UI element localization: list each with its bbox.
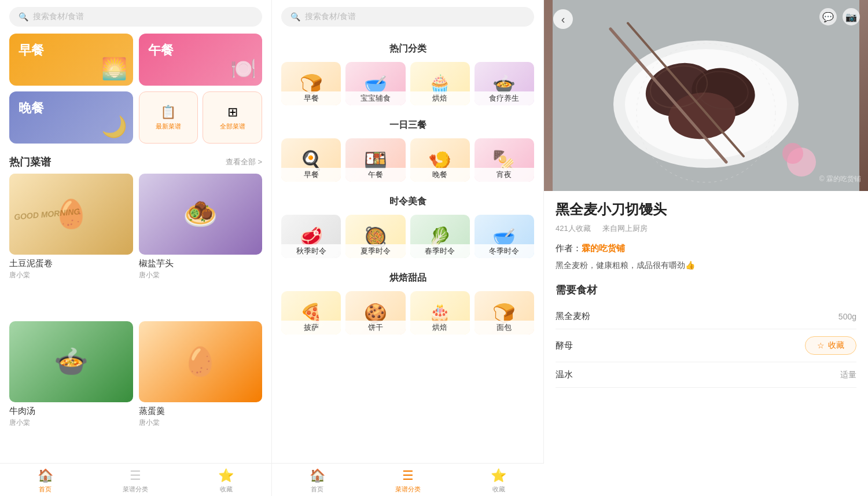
ingredients-title: 需要食材 bbox=[556, 283, 856, 297]
baking-grid: 🍕 披萨 🍪 饼干 🎂 烘焙 🍞 面包 bbox=[281, 291, 534, 335]
recipe-card-2[interactable]: 🍲 牛肉汤 唐小棠 bbox=[9, 321, 133, 463]
cat-breakfast[interactable]: 早餐 🌅 bbox=[9, 34, 133, 86]
home-icon: 🏠 bbox=[38, 468, 53, 483]
recipe-author-info: 作者：霖的吃货铺 bbox=[556, 243, 856, 254]
hot-recipes-header: 热门菜谱 查看全部 > bbox=[0, 149, 271, 174]
baking-title: 烘焙甜品 bbox=[281, 272, 534, 284]
recipe-hero: ‹ © 霖的吃货铺 💬 📷 bbox=[544, 0, 868, 191]
cat-breakfast-icon: 🌅 bbox=[101, 57, 127, 81]
wechat-icon[interactable]: 💬 bbox=[819, 8, 837, 25]
collect-count: 421人收藏 bbox=[556, 223, 591, 234]
recipe-card-0[interactable]: GOOD MORNING 🥚 土豆泥蛋卷 唐小棠 bbox=[9, 174, 133, 315]
recipe-name-2: 牛肉汤 bbox=[9, 406, 133, 417]
middle-category-icon: ☰ bbox=[402, 468, 414, 483]
cat-dinner[interactable]: 晚餐 🌙 bbox=[9, 91, 133, 144]
middle-search-icon: 🔍 bbox=[290, 12, 300, 21]
left-nav-category[interactable]: ☰ 菜谱分类 bbox=[90, 468, 181, 494]
quick-category-grid: 早餐 🌅 午餐 🍽️ 晚餐 🌙 📋 最新菜谱 ⊞ 全部菜谱 bbox=[0, 34, 271, 149]
middle-nav-home[interactable]: 🏠 首页 bbox=[272, 468, 363, 494]
recipe-title: 黑全麦小刀切馒头 bbox=[556, 200, 856, 219]
tile-cake[interactable]: 🎂 烘焙 bbox=[410, 291, 470, 335]
tile-morning-label: 早餐 bbox=[281, 168, 341, 182]
all-recipes-icon: ⊞ bbox=[227, 105, 238, 120]
middle-nav-category-label: 菜谱分类 bbox=[395, 485, 421, 494]
recipe-card-1[interactable]: 🧆 椒盐芋头 唐小棠 bbox=[139, 174, 263, 315]
star-icon: ☆ bbox=[817, 341, 825, 350]
three-meals-title: 一日三餐 bbox=[281, 119, 534, 131]
recipe-img-0: GOOD MORNING 🥚 bbox=[9, 174, 133, 255]
tile-baby[interactable]: 🥣 宝宝辅食 bbox=[345, 62, 405, 105]
view-all-btn[interactable]: 查看全部 > bbox=[226, 157, 262, 167]
ingredient-row-1: 酵母 ☆ 收藏 bbox=[556, 329, 856, 362]
left-nav-home[interactable]: 🏠 首页 bbox=[0, 468, 90, 494]
middle-nav-category[interactable]: ☰ 菜谱分类 bbox=[363, 468, 454, 494]
back-button[interactable]: ‹ bbox=[553, 9, 573, 29]
tile-autumn[interactable]: 🥩 秋季时令 bbox=[281, 215, 341, 258]
ingredient-amount-2: 适量 bbox=[840, 370, 856, 380]
cat-lunch[interactable]: 午餐 🍽️ bbox=[139, 34, 263, 86]
left-nav-category-label: 菜谱分类 bbox=[123, 485, 148, 494]
recipe-author-0: 唐小棠 bbox=[9, 270, 133, 280]
cat-lunch-icon: 🍽️ bbox=[230, 57, 256, 81]
tile-baking-label: 烘焙 bbox=[410, 91, 470, 105]
ingredient-name-1: 酵母 bbox=[556, 340, 573, 351]
tile-spring-label: 春季时令 bbox=[410, 244, 470, 258]
collect-btn-label: 收藏 bbox=[828, 340, 844, 351]
cat-new-recipes[interactable]: 📋 最新菜谱 bbox=[139, 91, 198, 144]
tile-cookie[interactable]: 🍪 饼干 bbox=[345, 291, 405, 335]
collect-button[interactable]: ☆ 收藏 bbox=[805, 336, 856, 355]
left-nav-collect[interactable]: ⭐ 收藏 bbox=[181, 468, 271, 494]
tile-cookie-label: 饼干 bbox=[345, 321, 405, 335]
tile-noon[interactable]: 🍱 午餐 bbox=[345, 138, 405, 182]
recipe-name-1: 椒盐芋头 bbox=[139, 258, 263, 269]
tile-bread[interactable]: 🍞 面包 bbox=[475, 291, 534, 335]
tile-baking[interactable]: 🧁 烘焙 bbox=[410, 62, 470, 105]
tile-spring[interactable]: 🥬 春季时令 bbox=[410, 215, 470, 258]
tile-autumn-label: 秋季时令 bbox=[281, 244, 341, 258]
ingredient-row-2: 温水 适量 bbox=[556, 362, 856, 388]
tile-bread-label: 面包 bbox=[475, 321, 534, 335]
tile-winter[interactable]: 🥣 冬季时令 bbox=[475, 215, 534, 258]
tile-morning[interactable]: 🍳 早餐 bbox=[281, 138, 341, 182]
recipe-meta: 421人收藏 来自网上厨房 bbox=[556, 223, 856, 234]
middle-panel: 🔍 搜索食材/食谱 热门分类 🍞 早餐 🥣 宝宝辅食 🧁 烘焙 bbox=[272, 0, 544, 496]
tile-evening-label: 晚餐 bbox=[410, 168, 470, 182]
tile-late[interactable]: 🍢 宵夜 bbox=[475, 138, 534, 182]
middle-search-placeholder: 搜索食材/食谱 bbox=[305, 12, 356, 22]
cat-dinner-icon: 🌙 bbox=[101, 115, 127, 139]
ingredient-amount-0: 500g bbox=[838, 312, 856, 321]
tile-breakfast[interactable]: 🍞 早餐 bbox=[281, 62, 341, 105]
tile-pizza[interactable]: 🍕 披萨 bbox=[281, 291, 341, 335]
tile-health[interactable]: 🍲 食疗养生 bbox=[475, 62, 534, 105]
middle-nav-collect-label: 收藏 bbox=[492, 485, 505, 494]
svg-point-12 bbox=[782, 143, 803, 164]
tile-noon-label: 午餐 bbox=[345, 168, 405, 182]
cat-all-recipes[interactable]: ⊞ 全部菜谱 bbox=[203, 91, 262, 144]
tile-winter-label: 冬季时令 bbox=[475, 244, 534, 258]
recipe-img-1: 🧆 bbox=[139, 174, 263, 255]
tile-evening[interactable]: 🍤 晚餐 bbox=[410, 138, 470, 182]
recipe-author-3: 唐小棠 bbox=[139, 418, 263, 428]
small-cat-grid: 📋 最新菜谱 ⊞ 全部菜谱 bbox=[139, 91, 263, 144]
left-search-placeholder: 搜索食材/食谱 bbox=[33, 12, 84, 22]
left-search-bar[interactable]: 🔍 搜索食材/食谱 bbox=[9, 7, 262, 27]
ingredient-name-2: 温水 bbox=[556, 369, 573, 380]
tile-breakfast-label: 早餐 bbox=[281, 91, 341, 105]
watermark: © 霖的吃货铺 bbox=[819, 174, 861, 184]
middle-collect-icon: ⭐ bbox=[491, 468, 506, 483]
left-bottom-nav: 🏠 首页 ☰ 菜谱分类 ⭐ 收藏 bbox=[0, 463, 271, 496]
new-recipes-icon: 📋 bbox=[160, 105, 176, 120]
cat-new-label: 最新菜谱 bbox=[156, 122, 181, 131]
category-icon: ☰ bbox=[130, 468, 141, 483]
left-nav-collect-label: 收藏 bbox=[220, 485, 233, 494]
recipe-name-0: 土豆泥蛋卷 bbox=[9, 258, 133, 269]
middle-bottom-nav: 🏠 首页 ☰ 菜谱分类 ⭐ 收藏 bbox=[272, 463, 544, 496]
recipe-img-2: 🍲 bbox=[9, 321, 133, 402]
middle-search-bar[interactable]: 🔍 搜索食材/食谱 bbox=[281, 7, 534, 27]
collect-icon: ⭐ bbox=[218, 468, 234, 483]
middle-nav-collect[interactable]: ⭐ 收藏 bbox=[453, 468, 544, 494]
baking-section: 烘焙甜品 🍕 披萨 🍪 饼干 🎂 烘焙 🍞 面包 bbox=[272, 263, 543, 339]
recipe-card-3[interactable]: 🥚 蒸蛋羹 唐小棠 bbox=[139, 321, 263, 463]
camera-icon[interactable]: 📷 bbox=[843, 8, 860, 25]
tile-summer[interactable]: 🥘 夏季时令 bbox=[345, 215, 405, 258]
